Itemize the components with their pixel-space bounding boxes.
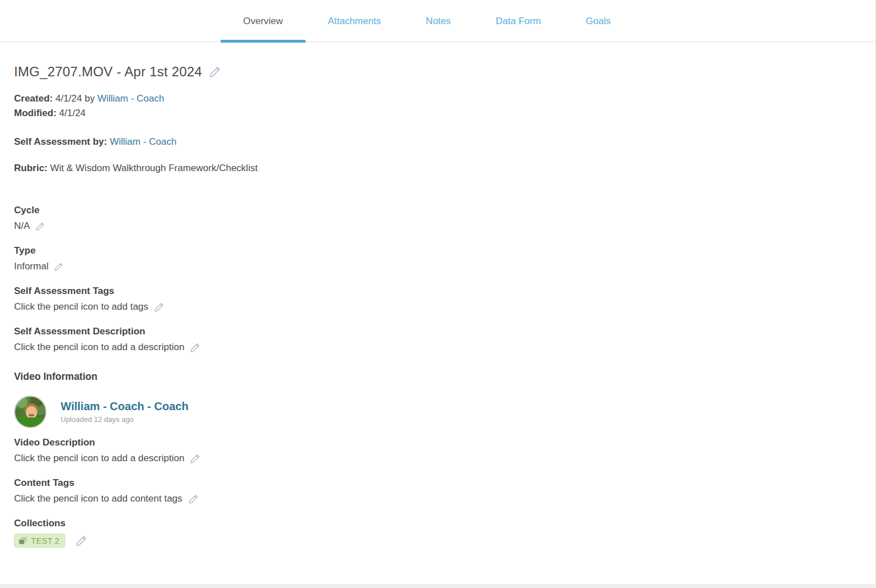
- edit-self-assessment-description-pencil-icon[interactable]: [190, 342, 200, 353]
- content-tags-placeholder: Click the pencil icon to add content tag…: [14, 491, 182, 506]
- type-label: Type: [14, 244, 861, 258]
- meta-block: Created: 4/1/24 by William - Coach Modif…: [14, 91, 861, 121]
- edit-video-description-pencil-icon[interactable]: [190, 453, 200, 464]
- avatar-mustache: [29, 414, 34, 416]
- edit-cycle-pencil-icon[interactable]: [35, 222, 45, 231]
- edit-type-pencil-icon[interactable]: [54, 262, 63, 272]
- cycle-value: N/A: [14, 219, 30, 233]
- collections-label: Collections: [14, 517, 861, 530]
- uploaded-ago: Uploaded 12 days ago: [61, 415, 189, 424]
- tab-overview[interactable]: Overview: [221, 0, 305, 42]
- cycle-field: Cycle N/A: [14, 204, 861, 233]
- avatar-band: [15, 417, 45, 427]
- video-description-field: Video Description Click the pencil icon …: [14, 436, 861, 466]
- rubric-label: Rubric:: [14, 163, 48, 173]
- tab-data-form[interactable]: Data Form: [473, 0, 563, 42]
- self-assessment-label: Self Assessment by:: [14, 136, 107, 147]
- uploader-text: William - Coach - Coach Uploaded 12 days…: [61, 400, 189, 424]
- video-information-heading: Video Information: [14, 371, 861, 383]
- self-assessment-line: Self Assessment by: William - Coach: [14, 136, 861, 148]
- collection-badge[interactable]: TEST 2: [14, 534, 65, 548]
- title-row: IMG_2707.MOV - Apr 1st 2024: [14, 64, 861, 80]
- tab-notes[interactable]: Notes: [403, 0, 473, 42]
- uploader-row: William - Coach - Coach Uploaded 12 days…: [14, 396, 861, 428]
- self-assessment-description-placeholder: Click the pencil icon to add a descripti…: [14, 340, 184, 355]
- uploader-avatar[interactable]: [14, 396, 47, 428]
- video-description-label: Video Description: [14, 436, 861, 449]
- cycle-label: Cycle: [14, 204, 861, 217]
- content-tags-label: Content Tags: [14, 476, 861, 490]
- uploader-name-link[interactable]: William - Coach - Coach: [61, 400, 189, 413]
- collections-field: Collections TEST 2: [14, 517, 861, 548]
- video-description-placeholder: Click the pencil icon to add a descripti…: [14, 451, 184, 466]
- created-line: Created: 4/1/24 by William - Coach: [14, 91, 861, 106]
- tab-list: Overview Attachments Notes Data Form Goa…: [221, 0, 875, 42]
- edit-self-assessment-tags-pencil-icon[interactable]: [154, 302, 165, 313]
- self-assessment-tags-placeholder: Click the pencil icon to add tags: [14, 300, 148, 314]
- edit-title-pencil-icon[interactable]: [209, 66, 221, 78]
- self-assessment-tags-label: Self Assessment Tags: [14, 284, 861, 298]
- video-detail-page: Overview Attachments Notes Data Form Goa…: [0, 0, 876, 585]
- modified-line: Modified: 4/1/24: [14, 106, 861, 121]
- self-assessment-user-link[interactable]: William - Coach: [110, 136, 176, 147]
- type-field: Type Informal: [14, 244, 861, 274]
- type-value: Informal: [14, 259, 48, 274]
- page-title: IMG_2707.MOV - Apr 1st 2024: [14, 64, 202, 80]
- created-text: 4/1/24 by: [56, 93, 95, 104]
- collection-badge-label: TEST 2: [31, 536, 60, 545]
- collection-stack-icon: [19, 537, 28, 545]
- edit-content-tags-pencil-icon[interactable]: [188, 494, 199, 504]
- self-assessment-description-label: Self Assessment Description: [14, 325, 861, 338]
- modified-label: Modified:: [14, 108, 57, 118]
- edit-collections-pencil-icon[interactable]: [75, 535, 88, 547]
- tab-goals[interactable]: Goals: [563, 0, 633, 42]
- created-label: Created:: [14, 93, 53, 104]
- self-assessment-tags-field: Self Assessment Tags Click the pencil ic…: [14, 284, 861, 314]
- tab-attachments[interactable]: Attachments: [305, 0, 404, 42]
- content-tags-field: Content Tags Click the pencil icon to ad…: [14, 476, 861, 506]
- tab-bar: Overview Attachments Notes Data Form Goa…: [0, 0, 875, 42]
- rubric-value: Wit & Wisdom Walkthrough Framework/Check…: [50, 163, 258, 173]
- avatar-face: [26, 406, 37, 419]
- rubric-line: Rubric: Wit & Wisdom Walkthrough Framewo…: [14, 163, 861, 174]
- created-by-link[interactable]: William - Coach: [97, 93, 164, 104]
- self-assessment-description-field: Self Assessment Description Click the pe…: [14, 325, 861, 355]
- overview-panel: IMG_2707.MOV - Apr 1st 2024 Created: 4/1…: [0, 64, 875, 548]
- modified-value: 4/1/24: [59, 108, 85, 118]
